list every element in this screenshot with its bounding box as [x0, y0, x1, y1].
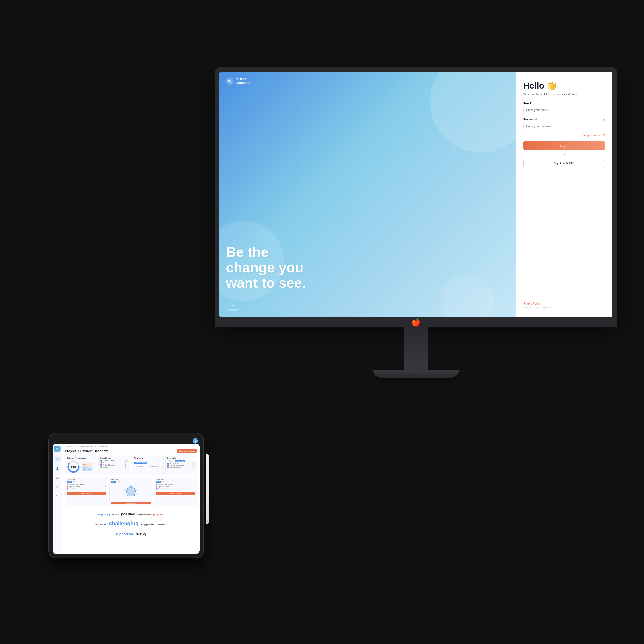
timeframe-title: Timeframe — [134, 457, 162, 459]
email-label: Email — [523, 102, 605, 105]
sidebar-item-home[interactable]: ⊞ — [54, 456, 61, 462]
seg-item-3: Brave Dialogue 1.4K — [167, 466, 195, 468]
ka1-tab-pillars[interactable]: Pillars — [72, 481, 78, 483]
ka1-row-2: Support & Curiosity 1.4K — [67, 486, 106, 488]
sample-label-1: Product Owner — [103, 460, 124, 462]
forgot-password-link[interactable]: Forgot password? — [523, 134, 605, 137]
wc-word-positive: positive — [121, 511, 135, 518]
seg-count-3: 1.4K — [192, 466, 195, 468]
ka1-label-1: Ready-To-Share Appraisal — [69, 484, 105, 485]
privacy-policy-link[interactable]: Privacy Policy — [523, 298, 605, 305]
wc-word-teamwork: teamwork — [95, 522, 107, 527]
logo-text: cultural calculator — [236, 77, 251, 85]
seg-tab-graph[interactable]: Graph — [167, 460, 174, 462]
hero-line2: change you — [226, 260, 303, 275]
hero-line3: want to see. — [226, 275, 306, 291]
ka1-value-2: 1.4K — [104, 486, 106, 488]
timeframe-tag: Current Advisor — [134, 462, 147, 464]
sso-button[interactable]: Sign in with SSO — [523, 160, 605, 167]
imac-bezel: cultural calculator Be the change you w — [215, 67, 617, 317]
ka2-title: Key Area 2 — [111, 478, 151, 480]
ka1-tabs: Graph Pillars — [67, 481, 106, 483]
ka3-row-2: Support & Curiosity 1.4K — [156, 486, 195, 488]
date-to[interactable]: 15/01/2024 — [148, 465, 162, 468]
seg-dot-3 — [167, 466, 169, 468]
ka3-value-2: 1.4K — [193, 486, 195, 488]
sample-size-title: Sample Size — [100, 457, 129, 459]
ka1-dot-3 — [67, 488, 68, 490]
sample-dot-4 — [100, 466, 102, 468]
ipad-main: Organisations > Organisation name > Proj… — [62, 444, 200, 554]
sample-dot-1 — [100, 460, 102, 462]
seg-tab-segments[interactable]: Segments — [175, 460, 185, 462]
sample-item-1: Product Owner 1.4K — [100, 460, 129, 462]
ka3-row-3: Brave Dialogue 3 — [156, 488, 195, 490]
logo-icon — [226, 77, 233, 85]
ka1-row-1: Ready-To-Share Appraisal 3 — [67, 484, 106, 485]
ka3-tab-graph[interactable]: Graph — [156, 481, 161, 483]
login-panel: Hello 👋 Welcome back! Please enter your … — [516, 72, 612, 317]
sample-count-4: 1.4K — [125, 466, 128, 468]
key-area-1-card: Key Area 1 Graph Pillars Ready-To-Share … — [65, 477, 108, 506]
wc-word-supportive: supportive — [115, 531, 133, 537]
imac-chin: 🍎 — [215, 317, 617, 327]
ka3-tabs: Graph Pillars — [156, 481, 195, 483]
ipad-breadcrumb: Organisations > Organisation name > Proj… — [65, 446, 197, 448]
sample-item-2: Bowswers Analyst 1.4K — [100, 462, 129, 464]
ka3-dot-1 — [156, 484, 157, 485]
ka2-tab-pillars[interactable]: Pillars — [117, 481, 122, 483]
ka2-explore-button[interactable]: Explore Key Areas — [111, 502, 151, 504]
sample-dot-3 — [100, 464, 102, 466]
date-from[interactable]: 02/01/2024 — [134, 465, 147, 468]
perf-stats: +1% 100% Participation — [82, 463, 93, 471]
ka1-tab-graph[interactable]: Graph — [67, 481, 72, 483]
ka2-tab-graph[interactable]: Graph — [111, 481, 116, 483]
app-left-panel: cultural calculator Be the change you w — [219, 72, 516, 317]
sample-label-2: Bowswers Analyst — [103, 462, 124, 464]
ipad: U ⊞ 👤 📊 ⊟ ⚙ Or — [48, 433, 204, 558]
ka3-label-2: Support & Curiosity — [158, 486, 192, 488]
ka3-title: Key Area 3 — [156, 478, 195, 480]
login-button[interactable]: Login — [523, 141, 605, 150]
password-label-row: Password 👁 — [523, 118, 605, 122]
ka1-title: Key Area 1 — [67, 478, 106, 480]
cultural-perf-title: Cultural Performance — [67, 457, 95, 459]
sidebar-item-chart[interactable]: 📊 — [54, 474, 61, 481]
sidebar-item-settings[interactable]: ⚙ — [54, 492, 61, 499]
sample-item-4: Director 1.4K — [100, 466, 129, 468]
key-areas-grid: Key Area 1 Graph Pillars Ready-To-Share … — [65, 477, 197, 506]
ka3-dot-3 — [156, 488, 157, 490]
ka3-value-1: 1.4K — [193, 484, 195, 485]
cultural-performance-card: Cultural Performance 84% — [65, 455, 97, 475]
app-logo-area: cultural calculator — [226, 77, 509, 85]
password-input-wrap — [523, 122, 605, 130]
email-input[interactable] — [523, 106, 605, 114]
imac: cultural calculator Be the change you w — [215, 67, 617, 378]
or-text: Or — [562, 153, 565, 156]
sidebar-item-users[interactable]: 👤 — [54, 465, 61, 471]
download-progress-button[interactable]: Download progress — [177, 449, 197, 453]
app-left-footer: culturalcalculator — [226, 302, 239, 312]
bubble3 — [441, 275, 494, 317]
ipad-topbar: U — [53, 437, 200, 444]
ka2-tabs: Graph Pillars — [111, 481, 151, 483]
imac-stand-neck — [404, 327, 428, 370]
ka3-tab-pillars[interactable]: Pillars — [162, 481, 167, 483]
imac-stand-base — [373, 370, 459, 378]
password-input[interactable] — [523, 122, 605, 130]
user-avatar: U — [193, 438, 198, 444]
sidebar-item-layers[interactable]: ⊟ — [54, 483, 61, 490]
ka1-value-3: 3 — [105, 488, 106, 490]
key-area-2-card: Key Area 2 Graph Pillars — [109, 477, 152, 506]
sample-label-3: Project Manager — [103, 464, 124, 466]
ka3-explore-button[interactable]: Explore Key Areas — [156, 492, 195, 495]
logo-line2: calculator — [236, 81, 251, 85]
logo-line1: cultural — [236, 77, 247, 81]
password-label: Password — [523, 118, 537, 121]
hero-line1: Be the — [226, 244, 269, 260]
sample-count-2: 1.4K — [125, 462, 128, 464]
sample-size-items: Product Owner 1.4K Bowswers Analyst 1.4K — [100, 460, 129, 468]
segments-card: Segments Graph Segments Ready-To-Share A… — [165, 455, 197, 475]
perf-card-inner: 84% +1% 100% Participation — [67, 460, 95, 473]
ka1-explore-button[interactable]: Explore Key Areas — [67, 492, 106, 495]
